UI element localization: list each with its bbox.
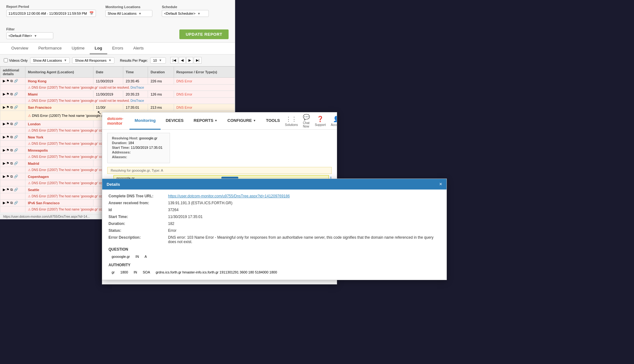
id-value: 37264 (168, 208, 178, 212)
expand-icon[interactable]: ▶ (3, 174, 5, 179)
flag-icon[interactable]: ⚑ (6, 122, 9, 126)
addresses-label: Addresses: (112, 150, 131, 154)
error-icon: ⚠ (28, 99, 31, 102)
flag-icon[interactable]: ⚑ (6, 201, 9, 205)
location-link[interactable]: London (28, 122, 40, 126)
flag-icon[interactable]: ⚑ (6, 135, 9, 139)
resolving-host-value: goooogle.gr (139, 136, 157, 140)
locations-filter-select[interactable]: Show All Locations ▼ (30, 57, 70, 64)
link-icon[interactable]: 🔗 (14, 188, 18, 192)
expand-icon[interactable]: ▶ (3, 122, 5, 126)
copy-icon[interactable]: ⧉ (10, 135, 13, 139)
copy-icon[interactable]: ⧉ (10, 201, 13, 205)
prev-page-button[interactable]: ◀ (179, 57, 186, 64)
copy-icon[interactable]: ⧉ (10, 92, 13, 96)
details-close-button[interactable]: × (439, 181, 442, 187)
location-link[interactable]: San Francisco (28, 106, 51, 109)
expand-icon[interactable]: ▶ (3, 148, 5, 152)
location-link[interactable]: New York (28, 135, 43, 139)
expand-icon[interactable]: ▶ (3, 188, 5, 192)
link-icon[interactable]: 🔗 (14, 122, 18, 126)
link-icon[interactable]: 🔗 (14, 79, 18, 83)
detail-status: Status: Error (108, 228, 440, 233)
link-icon[interactable]: 🔗 (14, 92, 18, 96)
copy-icon[interactable]: ⧉ (10, 79, 13, 83)
copy-icon[interactable]: ⧉ (10, 122, 13, 126)
expand-icon[interactable]: ▶ (3, 79, 5, 83)
responses-filter-select[interactable]: Show All Responses ▼ (72, 57, 114, 64)
location-link[interactable]: Copenhagen (28, 175, 49, 179)
account-button[interactable]: 👤 Account (331, 116, 337, 127)
dns-trace-link[interactable]: DnsTrace (130, 99, 144, 102)
calendar-icon[interactable]: 📅 (89, 11, 94, 15)
nav-right: ⋮⋮ Solutions 💬 Chat Now ❓ Support 👤 Acco… (285, 114, 337, 128)
nav-monitoring[interactable]: Monitoring (129, 112, 161, 130)
dns-trace-link[interactable]: DnsTrace (130, 86, 144, 89)
flag-icon[interactable]: ⚑ (6, 79, 9, 83)
detail-duration: Duration: 182 (108, 221, 440, 226)
expand-icon[interactable]: ▶ (3, 105, 5, 109)
flag-icon[interactable]: ⚑ (6, 105, 9, 109)
nav-reports[interactable]: REPORTS ▼ (189, 112, 223, 130)
support-button[interactable]: ❓ Support (315, 116, 326, 127)
location-link[interactable]: Seattle (28, 188, 39, 192)
videos-only-checkbox[interactable] (4, 58, 8, 62)
report-period-input[interactable]: 11/01/2019 12:00:00 AM - 11/30/2019 11:5… (6, 10, 96, 17)
update-report-button[interactable]: UPDATE REPORT (179, 29, 229, 39)
flag-icon[interactable]: ⚑ (6, 148, 9, 152)
expand-icon[interactable]: ▶ (3, 92, 5, 96)
tab-log[interactable]: Log (90, 43, 107, 54)
schedule-value: <Default Scheduler> (164, 12, 195, 15)
detail-error-desc: Error Description: DNS error: 103 Name E… (108, 235, 440, 244)
tab-alerts[interactable]: Alerts (128, 43, 149, 54)
report-period-value: 11/01/2019 12:00:00 AM - 11/30/2019 11:5… (8, 12, 87, 15)
tab-uptime[interactable]: Uptime (67, 43, 90, 54)
chevron-down-icon: ▼ (108, 59, 112, 62)
copy-icon[interactable]: ⧉ (10, 105, 13, 109)
chevron-down-icon: ▼ (197, 12, 200, 15)
tab-performance[interactable]: Performance (33, 43, 66, 54)
flag-icon[interactable]: ⚑ (6, 92, 9, 96)
expand-icon[interactable]: ▶ (3, 135, 5, 139)
location-link[interactable]: Hong Kong (28, 79, 46, 83)
link-icon[interactable]: 🔗 (14, 161, 18, 165)
location-link[interactable]: IPv6 San Francisco (28, 201, 60, 205)
flag-icon[interactable]: ⚑ (6, 161, 9, 165)
copy-icon[interactable]: ⧉ (10, 161, 13, 165)
videos-only-checkbox-label[interactable]: Videos Only (4, 58, 28, 62)
authority-section-title: AUTHORITY (108, 263, 440, 267)
copy-icon[interactable]: ⧉ (10, 188, 13, 192)
location-link[interactable]: Minneapolis (28, 148, 48, 152)
tab-errors[interactable]: Errors (107, 43, 128, 54)
flag-icon[interactable]: ⚑ (6, 188, 9, 192)
monitoring-locations-select[interactable]: Show All Locations ▼ (105, 10, 152, 17)
link-icon[interactable]: 🔗 (14, 148, 18, 152)
filter-field: Filter <Default Filter> ▼ (6, 27, 53, 39)
tab-overview[interactable]: Overview (6, 43, 33, 54)
location-link[interactable]: Miami (28, 92, 38, 96)
results-per-page-select[interactable]: 10 ▼ (150, 57, 166, 64)
first-page-button[interactable]: |◀ (170, 57, 178, 64)
next-page-button[interactable]: ▶ (186, 57, 193, 64)
location-link[interactable]: Madrid (28, 162, 39, 165)
nav-tools[interactable]: TOOLS (261, 112, 285, 130)
filter-select[interactable]: <Default Filter> ▼ (6, 32, 53, 39)
copy-icon[interactable]: ⧉ (10, 148, 13, 152)
last-page-button[interactable]: ▶| (194, 57, 202, 64)
complete-dns-link[interactable]: https://user.dotcom-monitor.com/u9755/Dn… (168, 194, 290, 198)
expand-icon[interactable]: ▶ (3, 201, 5, 205)
chat-button[interactable]: 💬 Chat Now (303, 114, 310, 128)
link-icon[interactable]: 🔗 (14, 135, 18, 139)
nav-configure[interactable]: CONFIGURE ▼ (222, 112, 261, 130)
copy-icon[interactable]: ⧉ (10, 174, 13, 179)
videos-only-label: Videos Only (9, 59, 28, 62)
solutions-button[interactable]: ⋮⋮ Solutions (285, 116, 298, 127)
link-icon[interactable]: 🔗 (14, 105, 18, 109)
flag-icon[interactable]: ⚑ (6, 174, 9, 179)
nav-devices[interactable]: DEVICES (161, 112, 188, 130)
link-icon[interactable]: 🔗 (14, 201, 18, 205)
link-icon[interactable]: 🔗 (14, 174, 18, 179)
expand-icon[interactable]: ▶ (3, 161, 5, 165)
duration-label: Duration: (108, 221, 165, 226)
schedule-select[interactable]: <Default Scheduler> ▼ (162, 10, 209, 17)
